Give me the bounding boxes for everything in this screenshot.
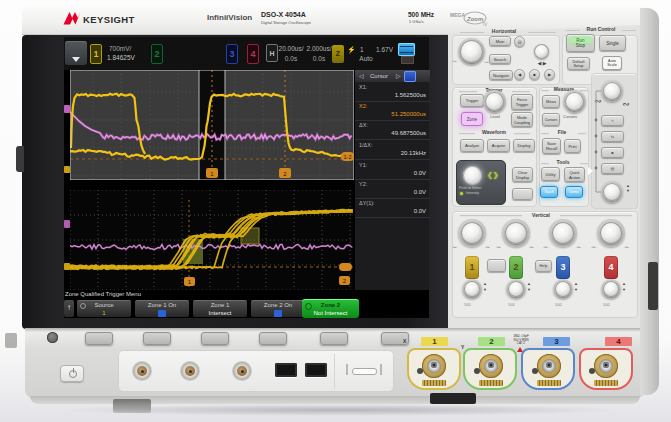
svg-text:MEGA: MEGA: [450, 12, 465, 18]
svg-text:KEYSIGHT: KEYSIGHT: [83, 14, 135, 25]
svg-text:IV: IV: [483, 22, 487, 27]
svg-text:1-2: 1-2: [344, 154, 352, 160]
svg-text:Zoom: Zoom: [466, 16, 484, 22]
